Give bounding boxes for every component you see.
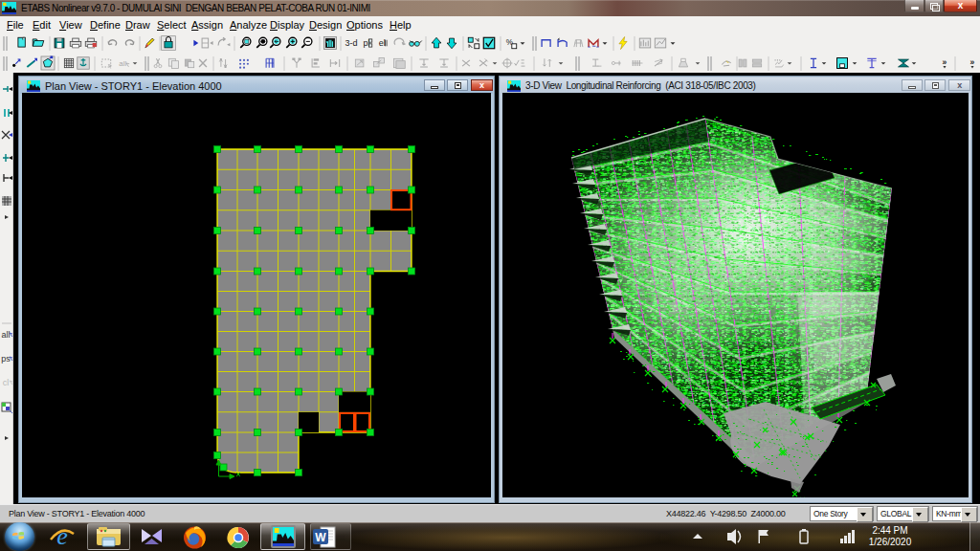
svg-text:all: all <box>1 330 10 340</box>
svg-text:all: all <box>119 59 126 68</box>
svg-text:»: » <box>970 57 975 67</box>
svg-text:cl: cl <box>3 378 10 387</box>
svg-text:»: » <box>943 57 947 67</box>
svg-text:ps: ps <box>1 354 11 364</box>
svg-text:W: W <box>315 531 326 544</box>
svg-text:e: e <box>56 524 68 550</box>
